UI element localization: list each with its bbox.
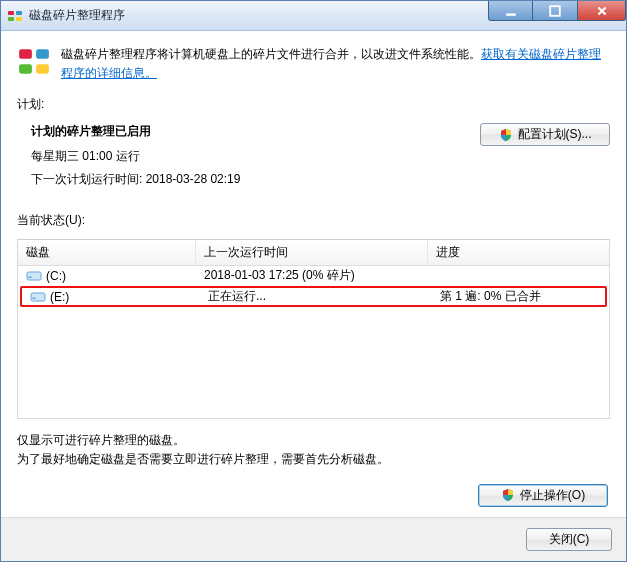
notes: 仅显示可进行碎片整理的磁盘。 为了最好地确定磁盘是否需要立即进行碎片整理，需要首…	[17, 431, 610, 469]
last-run-cell: 2018-01-03 17:25 (0% 碎片)	[196, 267, 428, 284]
svg-rect-2	[8, 17, 14, 21]
configure-schedule-button[interactable]: 配置计划(S)...	[480, 123, 610, 146]
note-line-1: 仅显示可进行碎片整理的磁盘。	[17, 431, 610, 450]
note-line-2: 为了最好地确定磁盘是否需要立即进行碎片整理，需要首先分析磁盘。	[17, 450, 610, 469]
schedule-heading: 计划的碎片整理已启用	[31, 123, 240, 140]
svg-rect-5	[550, 6, 560, 16]
status-section-label: 当前状态(U):	[17, 212, 610, 229]
schedule-section-label: 计划:	[17, 96, 610, 113]
info-description: 磁盘碎片整理程序将计算机硬盘上的碎片文件进行合并，以改进文件系统性能。	[61, 47, 481, 61]
schedule-next-run: 下一次计划运行时间: 2018-03-28 02:19	[31, 171, 240, 188]
table-row[interactable]: (E:) 正在运行... 第 1 遍: 0% 已合并	[20, 286, 607, 307]
last-run-cell: 正在运行...	[200, 288, 432, 305]
svg-rect-12	[31, 293, 45, 301]
svg-rect-10	[27, 272, 41, 280]
window-controls	[488, 1, 626, 21]
defrag-app-icon	[7, 8, 23, 24]
svg-rect-8	[19, 64, 32, 74]
col-last-run[interactable]: 上一次运行时间	[196, 240, 428, 265]
configure-schedule-label: 配置计划(S)...	[518, 126, 592, 143]
schedule-frequency: 每星期三 01:00 运行	[31, 148, 240, 165]
drive-icon	[26, 270, 42, 282]
defrag-large-icon	[17, 45, 51, 79]
minimize-button[interactable]	[488, 1, 533, 21]
stop-operation-label: 停止操作(O)	[520, 487, 585, 504]
close-dialog-label: 关闭(C)	[549, 531, 590, 548]
svg-rect-7	[36, 49, 49, 59]
drive-icon	[30, 291, 46, 303]
maximize-button[interactable]	[533, 1, 578, 21]
footer: 关闭(C)	[1, 517, 626, 561]
progress-cell: 第 1 遍: 0% 已合并	[432, 288, 605, 305]
col-progress[interactable]: 进度	[428, 240, 609, 265]
info-banner: 磁盘碎片整理程序将计算机硬盘上的碎片文件进行合并，以改进文件系统性能。获取有关磁…	[17, 45, 610, 82]
table-row[interactable]: (C:) 2018-01-03 17:25 (0% 碎片)	[18, 266, 609, 285]
shield-icon	[499, 128, 513, 142]
window-title: 磁盘碎片整理程序	[29, 7, 125, 24]
info-text: 磁盘碎片整理程序将计算机硬盘上的碎片文件进行合并，以改进文件系统性能。获取有关磁…	[61, 45, 610, 82]
schedule-info: 计划的碎片整理已启用 每星期三 01:00 运行 下一次计划运行时间: 2018…	[31, 123, 240, 194]
shield-icon	[501, 488, 515, 502]
svg-rect-4	[506, 13, 516, 15]
table-header: 磁盘 上一次运行时间 进度	[18, 240, 609, 266]
close-button[interactable]	[578, 1, 626, 21]
svg-rect-1	[16, 11, 22, 15]
drive-label: (C:)	[46, 269, 66, 283]
svg-rect-3	[16, 17, 22, 21]
svg-rect-9	[36, 64, 49, 74]
drive-label: (E:)	[50, 290, 69, 304]
svg-rect-6	[19, 49, 32, 59]
table-body: (C:) 2018-01-03 17:25 (0% 碎片) (E:) 正在运行.…	[18, 266, 609, 418]
disk-table: 磁盘 上一次运行时间 进度 (C:) 2018-01-03 17:25 (0% …	[17, 239, 610, 419]
svg-rect-13	[33, 297, 36, 299]
svg-rect-11	[29, 276, 32, 278]
close-dialog-button[interactable]: 关闭(C)	[526, 528, 612, 551]
col-disk[interactable]: 磁盘	[18, 240, 196, 265]
stop-operation-button[interactable]: 停止操作(O)	[478, 484, 608, 507]
svg-rect-0	[8, 11, 14, 15]
